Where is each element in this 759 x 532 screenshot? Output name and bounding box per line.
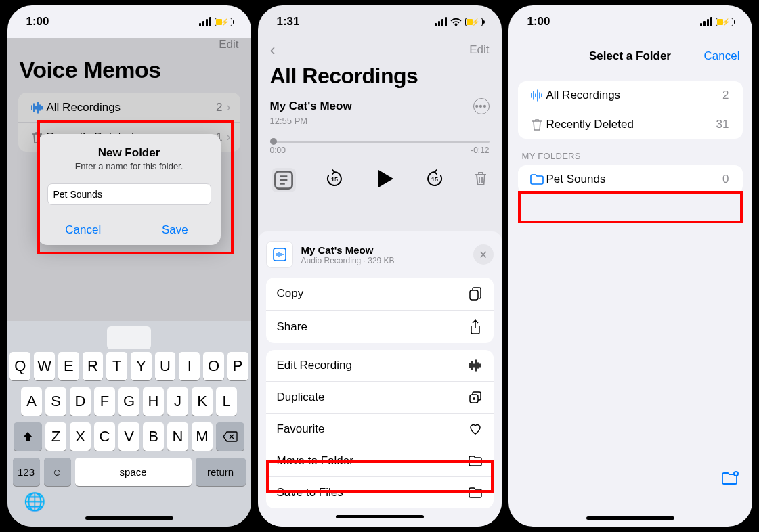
signal-icon (435, 17, 447, 26)
key-c[interactable]: C (94, 422, 115, 451)
back-button[interactable]: ‹ (270, 41, 276, 60)
clock: 1:00 (527, 15, 550, 28)
delete-button[interactable] (473, 171, 488, 190)
key-a[interactable]: A (21, 387, 42, 416)
section-header: My Folders (518, 139, 743, 165)
recording-thumbnail-icon (266, 241, 293, 268)
key-l[interactable]: L (216, 387, 237, 416)
key-q[interactable]: Q (9, 352, 30, 380)
new-folder-alert: New Folder Enter a name for this folder.… (38, 134, 221, 245)
clock: 1:31 (277, 15, 300, 28)
recording-name: My Cat's Meow (270, 99, 352, 113)
action-duplicate[interactable]: Duplicate (266, 382, 494, 414)
wifi-icon (450, 18, 462, 26)
return-key[interactable]: return (196, 458, 246, 486)
screen-select-folder: 1:00 ⚡ Select a Folder Cancel All Record… (508, 5, 752, 527)
backspace-key[interactable] (216, 422, 244, 451)
options-button[interactable] (272, 168, 296, 192)
row-recently-deleted[interactable]: Recently Deleted 31 (518, 110, 743, 139)
cancel-button[interactable]: Cancel (704, 49, 740, 63)
keyboard[interactable]: QWERTYUIOP ASDFGHJKL ZXCVBNM 123 ☺ space… (7, 321, 251, 527)
folder-name-input[interactable] (47, 183, 211, 205)
key-v[interactable]: V (118, 422, 139, 451)
shift-key[interactable] (14, 422, 42, 451)
space-key[interactable]: space (75, 458, 192, 486)
status-bar: 1:31 ⚡ (258, 5, 502, 38)
key-s[interactable]: S (45, 387, 66, 416)
kb-row2: ASDFGHJKL (10, 387, 248, 416)
key-k[interactable]: K (192, 387, 213, 416)
row-count: 0 (722, 173, 729, 186)
key-b[interactable]: B (143, 422, 164, 451)
key-y[interactable]: Y (131, 352, 152, 380)
key-f[interactable]: F (94, 387, 115, 416)
battery-icon: ⚡ (716, 18, 733, 26)
key-r[interactable]: R (83, 352, 104, 380)
skip-back-icon[interactable]: 15 (324, 169, 345, 192)
action-edit-recording[interactable]: Edit Recording (266, 350, 494, 382)
elapsed: 0:00 (270, 146, 286, 155)
key-e[interactable]: E (58, 352, 79, 380)
signal-icon (700, 17, 712, 26)
svg-text:15: 15 (330, 176, 337, 183)
skip-forward-icon[interactable]: 15 (425, 169, 445, 192)
kb-row3: ZXCVBNM (10, 422, 248, 451)
waveform-icon (468, 359, 483, 372)
globe-icon[interactable]: 🌐 (24, 491, 45, 512)
play-button[interactable] (373, 167, 396, 193)
scrubber[interactable] (270, 141, 490, 143)
row-label: Recently Deleted (546, 118, 716, 131)
my-folders-list: Pet Sounds 0 (518, 165, 743, 194)
home-indicator (336, 515, 424, 518)
row-count: 31 (716, 118, 729, 131)
number-key[interactable]: 123 (13, 458, 40, 486)
save-button[interactable]: Save (129, 215, 221, 245)
new-folder-button[interactable] (721, 471, 739, 489)
folder-icon (468, 455, 483, 467)
action-copy[interactable]: Copy (266, 278, 494, 311)
key-o[interactable]: O (203, 352, 224, 380)
key-p[interactable]: P (227, 352, 248, 380)
action-favourite[interactable]: Favourite (266, 414, 494, 445)
share-icon (468, 319, 483, 334)
alert-message: Enter a name for this folder. (49, 161, 210, 171)
key-m[interactable]: M (192, 422, 213, 451)
key-d[interactable]: D (70, 387, 91, 416)
key-u[interactable]: U (155, 352, 176, 380)
copy-icon (468, 286, 483, 301)
share-sheet: My Cat's Meow Audio Recording · 329 KB ✕… (258, 231, 502, 527)
screen-voice-memos: 1:00 ⚡ Edit Voice Memos All Recordings 2… (7, 5, 251, 527)
alert-title: New Folder (49, 146, 210, 160)
close-button[interactable]: ✕ (473, 244, 494, 265)
key-i[interactable]: I (179, 352, 200, 380)
key-x[interactable]: X (70, 422, 91, 451)
row-all-recordings[interactable]: All Recordings 2 (518, 81, 743, 110)
folder-icon (527, 173, 546, 185)
battery-icon: ⚡ (215, 18, 232, 26)
key-z[interactable]: Z (45, 422, 66, 451)
key-t[interactable]: T (106, 352, 127, 380)
key-g[interactable]: G (118, 387, 139, 416)
folder-list: All Recordings 2 Recently Deleted 31 (518, 81, 743, 139)
trash-icon (527, 118, 546, 131)
row-label: Pet Sounds (546, 173, 723, 186)
emoji-key[interactable]: ☺ (44, 458, 71, 486)
more-button[interactable]: ••• (473, 98, 490, 114)
recording-time: 12:55 PM (270, 116, 490, 126)
key-w[interactable]: W (34, 352, 55, 380)
key-j[interactable]: J (167, 387, 188, 416)
svg-text:15: 15 (431, 176, 437, 183)
waveform-icon (527, 89, 546, 102)
action-share[interactable]: Share (266, 311, 494, 343)
key-h[interactable]: H (143, 387, 164, 416)
action-move-to-folder[interactable]: Move to Folder (266, 445, 494, 477)
edit-button[interactable]: Edit (469, 43, 489, 57)
cancel-button[interactable]: Cancel (38, 215, 130, 245)
row-pet-sounds[interactable]: Pet Sounds 0 (518, 165, 743, 194)
remain: -0:12 (471, 146, 489, 155)
key-n[interactable]: N (167, 422, 188, 451)
sheet-title: My Cat's Meow (301, 244, 465, 256)
row-count: 2 (722, 89, 729, 102)
action-save-to-files[interactable]: Save to Files (266, 477, 494, 508)
sheet-subtitle: Audio Recording · 329 KB (301, 256, 465, 265)
